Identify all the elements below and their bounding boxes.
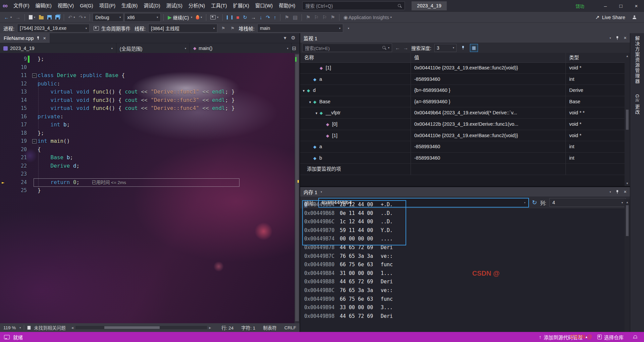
fold-collapse-icon[interactable]: − — [32, 73, 37, 78]
menu-item-12[interactable]: 帮助(H) — [276, 0, 298, 11]
memory-panel-header[interactable]: 内存 1 ▾ ▾ × — [300, 187, 630, 196]
code-line-12[interactable]: 12public: — [0, 80, 300, 88]
status-column[interactable]: 字符: 1 — [241, 324, 255, 331]
memory-row[interactable]: 0x00449B6C1c 12 44 00..D. — [304, 218, 625, 226]
restart-button[interactable]: ↻ — [241, 13, 249, 22]
menu-item-11[interactable]: 窗口(W) — [252, 0, 276, 11]
menu-item-4[interactable]: 项目(P) — [96, 0, 118, 11]
breakpoint-margin[interactable] — [0, 129, 10, 137]
solution-config-dropdown[interactable]: Debug▾ — [93, 13, 123, 22]
breakpoint-margin[interactable] — [0, 146, 10, 154]
menu-item-8[interactable]: 分析(N) — [185, 0, 208, 11]
editor-options-gear-icon[interactable]: ⚙ — [291, 35, 296, 41]
show-flagged-only-button[interactable]: ⚑ — [229, 24, 236, 33]
member-dropdown[interactable]: ◆main()▾ — [190, 43, 292, 53]
maximize-button[interactable]: □ — [613, 0, 629, 11]
stop-debugging-button[interactable]: ■ — [235, 13, 240, 22]
code-line-14[interactable]: 14 virtual void func3() { cout << "Deriv… — [0, 96, 300, 105]
menu-item-6[interactable]: 调试(D) — [141, 0, 163, 11]
solution-platform-dropdown[interactable]: x86▾ — [124, 13, 161, 22]
watch-row[interactable]: ◆a-858993460int — [300, 74, 625, 85]
memory-row[interactable]: 0x00449B8431 00 00 001... — [304, 269, 625, 278]
memory-row[interactable]: 0x00449B7C76 65 3a 3ave:: — [304, 252, 625, 261]
menu-item-1[interactable]: 编辑(E) — [33, 0, 55, 11]
fold-margin[interactable] — [31, 170, 38, 178]
auto-hide-pin-icon[interactable] — [616, 190, 619, 194]
code-line-13[interactable]: 13 virtual void func1() { cout << "Deriv… — [0, 88, 300, 96]
menu-item-7[interactable]: 测试(S) — [163, 0, 185, 11]
thread-dropdown[interactable]: [3864] 主线程▾ — [148, 24, 217, 33]
diagnostics-button[interactable]: ⚑ — [283, 13, 290, 22]
bookmark-clear-button[interactable]: ⚑ — [329, 13, 336, 22]
close-panel-icon[interactable]: × — [624, 189, 627, 194]
fold-margin[interactable] — [31, 80, 38, 88]
expander-icon[interactable]: ▼ — [315, 108, 320, 118]
status-line[interactable]: 行: 24 — [221, 324, 233, 331]
side-tab-0[interactable]: 解决方案资源管理器 — [634, 36, 641, 84]
window-position-icon[interactable]: ▾ — [610, 190, 611, 193]
step-out-button[interactable]: ↑ — [272, 13, 278, 22]
status-line-ending[interactable]: CRLF — [284, 325, 296, 330]
breakpoint-margin[interactable] — [0, 88, 10, 96]
close-button[interactable]: × — [629, 0, 644, 11]
memory-row[interactable]: 0x00449B7059 11 44 00Y.D. — [304, 226, 625, 235]
open-folder-button[interactable] — [38, 13, 45, 22]
bookmark-toggle-button[interactable]: ⚑ — [305, 13, 312, 22]
pin-values-icon[interactable] — [460, 44, 467, 52]
save-all-button[interactable] — [54, 13, 61, 22]
account-badge[interactable]: 饶功 — [576, 3, 584, 9]
fold-margin[interactable] — [31, 113, 38, 121]
menu-item-2[interactable]: 视图(V) — [55, 0, 77, 11]
breakpoint-margin[interactable] — [0, 63, 10, 72]
memory-row[interactable]: 0x00449B9433 00 00 003... — [304, 303, 625, 312]
redo-button[interactable]: ↷▾ — [77, 13, 87, 22]
memory-vertical-scrollbar[interactable]: ▴ — [625, 199, 630, 332]
fold-margin[interactable]: − — [31, 71, 38, 80]
application-insights-button[interactable]: ◉ Application Insights▾ — [342, 13, 393, 22]
scope-dropdown[interactable]: (全局范围)▾ — [116, 43, 190, 53]
fold-margin[interactable] — [31, 154, 38, 162]
memory-row[interactable]: 0x00449B7844 65 72 69Deri — [304, 243, 625, 252]
column-header-value[interactable]: 值 — [411, 53, 566, 62]
watch-search-input[interactable]: 搜索(Ctrl+E) ▾ — [302, 44, 392, 52]
code-line-10[interactable]: 10 — [0, 63, 300, 72]
feedback-bubble-icon[interactable] — [4, 335, 10, 339]
fold-margin[interactable]: − — [31, 137, 38, 146]
search-prev-icon[interactable]: ← — [395, 45, 400, 50]
watch-row[interactable]: ◆[1]0x0044110e {2023_4_19.exe!Base::func… — [300, 130, 625, 141]
breakpoint-margin[interactable] — [0, 71, 10, 80]
fold-margin[interactable] — [31, 63, 38, 72]
memory-content[interactable]: 0x00449B642b 12 44 00+.D.0x00449B680e 11… — [300, 199, 625, 332]
memory-row[interactable]: 0x00449B8C76 65 3a 3ave:: — [304, 286, 625, 295]
project-dropdown[interactable]: 2023_4_19▾ — [0, 43, 116, 53]
process-dropdown[interactable]: [7544] 2023_4_19.exe▾ — [17, 24, 90, 33]
menu-item-3[interactable]: Git(G) — [77, 0, 96, 11]
new-file-button[interactable]: ▾ — [28, 13, 37, 22]
live-share-button[interactable]: ↗ Live Share — [595, 15, 641, 20]
code-line-16[interactable]: 16private: — [0, 113, 300, 121]
hot-reload-button[interactable]: ▾ — [195, 13, 203, 22]
code-line-9[interactable]: 9}; — [0, 55, 300, 63]
breakpoint-margin[interactable] — [0, 137, 10, 146]
fold-margin[interactable] — [31, 162, 38, 170]
hex-display-toggle-icon[interactable]: ▦ — [470, 44, 478, 52]
expander-icon[interactable]: ▼ — [302, 86, 307, 96]
zoom-dropdown-icon[interactable]: ▾ — [19, 326, 21, 329]
hscroll-thumb[interactable] — [104, 326, 160, 329]
column-header-name[interactable]: 名称 — [300, 53, 411, 62]
events-button[interactable]: ▤ — [291, 13, 299, 22]
memory-row[interactable]: 0x00449B8066 75 6e 63func — [304, 261, 625, 269]
watch-row[interactable]: ▼◆Base{a=-858993460 }Base — [300, 96, 625, 108]
breakpoint-margin[interactable] — [0, 121, 10, 129]
breakpoint-margin[interactable] — [0, 162, 10, 170]
close-panel-icon[interactable]: × — [624, 35, 627, 41]
expander-icon[interactable]: ▼ — [309, 97, 313, 107]
code-line-18[interactable]: 18}; — [0, 129, 300, 137]
breakpoint-margin[interactable] — [0, 186, 10, 195]
auto-hide-pin-icon[interactable] — [616, 36, 619, 40]
flag-thread-button[interactable]: ⚑ — [220, 24, 227, 33]
fold-margin[interactable] — [31, 178, 38, 187]
watch-vertical-scrollbar[interactable]: ▴▾ — [625, 53, 630, 186]
watch-row[interactable]: ▼◆d{b=-858993460 }Derive — [300, 85, 625, 96]
fold-margin[interactable] — [31, 96, 38, 105]
